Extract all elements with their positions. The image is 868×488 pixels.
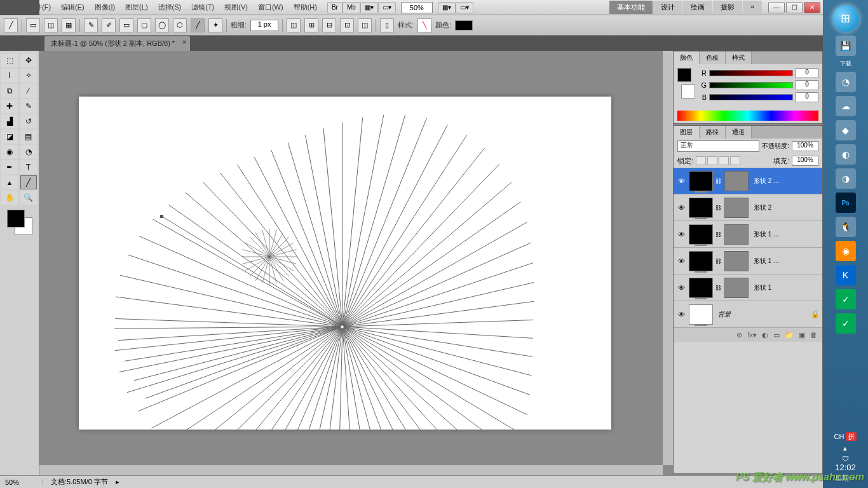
view-extras-1[interactable]: ▦▾ [438, 2, 456, 13]
workspace-painting[interactable]: 绘画 [683, 1, 712, 14]
shape-mode-path[interactable]: ◫ [44, 18, 58, 32]
styles-tab[interactable]: 样式 [726, 51, 752, 64]
layer-row[interactable]: 👁⛓形状 2 ... [674, 168, 822, 194]
layer-link-icon[interactable]: ⛓ [715, 231, 722, 238]
paths-tab[interactable]: 路径 [700, 126, 726, 139]
layer-mask-icon[interactable]: ◐ [762, 331, 768, 339]
menu-filter[interactable]: 滤镜(T) [186, 3, 219, 12]
color-swatch[interactable] [455, 20, 473, 30]
layer-mask-thumbnail[interactable] [724, 251, 749, 271]
taskbar-app-4[interactable]: ◐ [836, 144, 856, 165]
path-op-new[interactable]: ◫ [287, 18, 301, 32]
swatches-tab[interactable]: 色板 [700, 51, 726, 64]
delete-layer-icon[interactable]: 🗑 [810, 331, 817, 339]
taskbar-app-2[interactable]: ☁ [836, 96, 856, 116]
path-op-add[interactable]: ⊞ [304, 18, 318, 32]
lock-transparency-icon[interactable] [696, 156, 706, 165]
status-zoom[interactable]: 50% [5, 478, 43, 486]
healing-tool[interactable]: ✚ [1, 99, 18, 113]
workspace-design[interactable]: 设计 [653, 1, 682, 14]
weight-input[interactable]: 1 px [250, 20, 278, 31]
hand-tool[interactable]: ✋ [1, 191, 18, 205]
workspace-photography[interactable]: 摄影 [713, 1, 742, 14]
view-extras-2[interactable]: ▭▾ [456, 2, 473, 13]
layer-mask-thumbnail[interactable] [724, 171, 749, 191]
channels-tab[interactable]: 通道 [726, 126, 752, 139]
layer-link-icon[interactable]: ⛓ [715, 258, 722, 264]
menu-help[interactable]: 帮助(H) [288, 3, 322, 12]
tray-shield-icon[interactable]: 🛡 [834, 455, 857, 463]
color-spectrum[interactable] [677, 111, 818, 121]
menu-window[interactable]: 窗口(W) [253, 3, 288, 12]
minimize-button[interactable]: — [768, 2, 785, 13]
lock-all-icon[interactable] [730, 156, 740, 165]
canvas-area[interactable] [39, 51, 673, 475]
align-edges-icon[interactable]: ▯ [380, 18, 394, 32]
status-arrow-icon[interactable]: ▸ [116, 478, 119, 486]
taskbar-app-9[interactable]: ✓ [836, 313, 856, 334]
foreground-color[interactable] [7, 210, 25, 227]
layer-visibility-icon[interactable]: 👁 [676, 284, 686, 292]
tray-arrow-icon[interactable]: ▴ [834, 444, 857, 452]
blur-tool[interactable]: ◉ [1, 145, 18, 159]
layer-mask-thumbnail[interactable] [724, 224, 749, 245]
link-layers-icon[interactable]: ⊘ [736, 331, 742, 339]
layer-mask-thumbnail[interactable] [724, 278, 749, 298]
eyedropper-tool[interactable]: ⁄ [20, 84, 37, 98]
panel-fg-color[interactable] [677, 68, 691, 82]
layer-name[interactable]: 形状 1 [751, 283, 820, 292]
menu-view[interactable]: 视图(V) [219, 3, 253, 12]
extras-button-2[interactable]: ▭▾ [378, 2, 396, 13]
stamp-tool[interactable]: ▟ [1, 114, 18, 128]
move-tool[interactable]: ⬚ [1, 53, 18, 67]
zoom-input[interactable]: 50% [401, 2, 433, 13]
dodge-tool[interactable]: ◔ [20, 145, 37, 159]
document-tab-close[interactable]: × [182, 38, 186, 46]
path-select-tool[interactable]: ▴ [1, 175, 18, 189]
type-tool[interactable]: T [20, 160, 37, 174]
adjustment-layer-icon[interactable]: ▭ [773, 331, 780, 339]
ellipse-shape-icon[interactable]: ◯ [155, 18, 169, 32]
panel-bg-color[interactable] [681, 85, 695, 98]
line-shape-icon[interactable]: ╱ [191, 18, 205, 32]
opacity-input[interactable]: 100% [792, 141, 818, 151]
close-button[interactable]: ✕ [804, 2, 820, 13]
shape-mode-fill[interactable]: ▦ [62, 18, 76, 32]
layer-name[interactable]: 形状 1 ... [751, 257, 820, 266]
blend-mode-select[interactable]: 正常 [677, 140, 759, 152]
roundrect-shape-icon[interactable]: ▢ [137, 18, 151, 32]
taskbar-app-5[interactable]: ◑ [836, 168, 856, 189]
layer-name[interactable]: 形状 2 ... [751, 177, 820, 186]
freeform-pen-icon[interactable]: ✐ [102, 18, 116, 32]
zoom-tool[interactable]: 🔍 [20, 191, 37, 205]
layer-visibility-icon[interactable]: 👁 [676, 311, 686, 318]
layers-tab[interactable]: 图层 [674, 126, 700, 139]
taskbar-drive-icon[interactable]: 💾 [836, 36, 856, 56]
extras-button-1[interactable]: ▦▾ [360, 2, 378, 13]
layer-name[interactable]: 背景 [715, 310, 808, 319]
fill-input[interactable]: 100% [792, 156, 818, 166]
custom-shape-icon[interactable]: ✦ [208, 18, 222, 32]
b-value[interactable]: 0 [796, 92, 818, 102]
taskbar-app-8[interactable]: ✓ [836, 289, 856, 309]
layer-row[interactable]: 👁⛓形状 1 ... [674, 221, 822, 248]
layer-name[interactable]: 形状 1 ... [751, 230, 820, 239]
menu-layer[interactable]: 图层(L) [120, 3, 153, 12]
vertical-scrollbar[interactable] [663, 51, 673, 465]
workspace-more[interactable]: » [743, 1, 762, 14]
style-picker[interactable]: ╲ [417, 18, 431, 32]
g-value[interactable]: 0 [796, 80, 818, 90]
taskbar-qq-icon[interactable]: 🐧 [836, 217, 856, 237]
brush-tool[interactable]: ✎ [20, 99, 37, 113]
r-value[interactable]: 0 [796, 68, 818, 78]
layer-thumbnail[interactable] [689, 251, 713, 271]
layer-visibility-icon[interactable]: 👁 [676, 257, 686, 265]
layer-visibility-icon[interactable]: 👁 [676, 231, 686, 238]
taskbar-app-1[interactable]: ◔ [836, 72, 856, 92]
start-button[interactable]: ⊞ [832, 5, 859, 32]
layer-thumbnail[interactable] [689, 171, 713, 191]
lock-position-icon[interactable] [719, 156, 729, 165]
taskbar-photoshop-icon[interactable]: Ps [836, 193, 856, 213]
menu-image[interactable]: 图像(I) [90, 3, 120, 12]
layer-fx-icon[interactable]: fx▾ [747, 331, 757, 339]
